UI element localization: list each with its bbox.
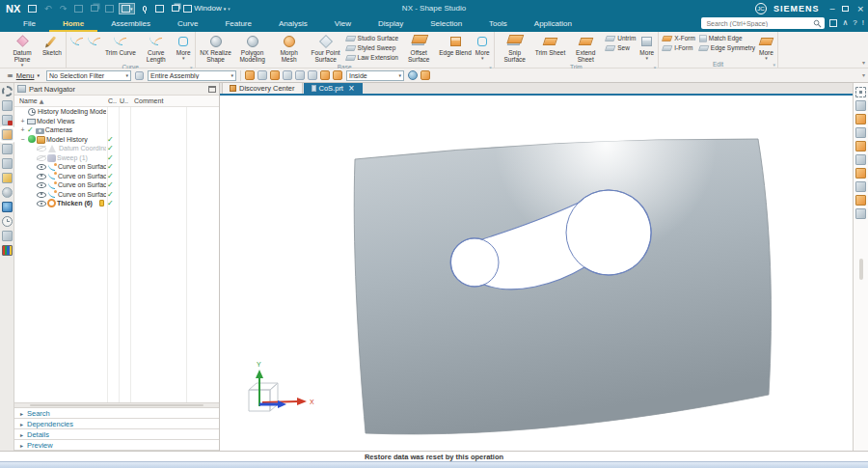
touch-mode-icon[interactable] xyxy=(153,3,166,14)
hidden-objects-icon[interactable] xyxy=(855,127,866,138)
morph-mesh-button[interactable]: Morph Mesh xyxy=(271,33,308,64)
document-tab-discovery-center[interactable]: Discovery Center xyxy=(222,82,303,94)
command-search[interactable] xyxy=(701,17,825,29)
eye-icon[interactable] xyxy=(37,199,46,208)
arc-conic-icon-button[interactable] xyxy=(86,33,103,50)
section-details[interactable]: ▸Details xyxy=(14,429,219,440)
eye-icon[interactable] xyxy=(37,171,46,180)
scrollbar-nub[interactable] xyxy=(859,259,863,280)
voice-command-icon[interactable] xyxy=(138,3,150,14)
switch-window-icon[interactable] xyxy=(169,3,181,14)
snip-surface-button[interactable]: Snip Surface xyxy=(497,33,533,64)
datum-plane-button[interactable]: Datum Plane▾ xyxy=(4,33,41,68)
column-u[interactable]: U.. xyxy=(120,97,128,104)
user-avatar[interactable]: JC xyxy=(755,3,767,14)
tree-row-curve-on-surface-2[interactable]: Curve on Surface (2)✓ xyxy=(14,162,219,172)
show-hide-icon[interactable] xyxy=(855,114,866,124)
more-button[interactable]: More▾ xyxy=(474,33,492,61)
add-body-selection-icon[interactable] xyxy=(270,70,280,80)
undock-panel-button[interactable] xyxy=(208,86,216,93)
tree-row-curve-on-surface-4[interactable]: Curve on Surface (4)✓ xyxy=(14,180,219,190)
orient-view-icon[interactable] xyxy=(855,100,866,111)
edge-symmetry-button[interactable]: Edge Symmetry xyxy=(699,43,755,52)
menu-tab-tools[interactable]: Tools xyxy=(475,16,521,32)
assembly-navigator-icon[interactable] xyxy=(2,100,13,111)
undo-icon[interactable]: ↶ xyxy=(41,3,54,14)
tree-row-history-modeling-mode[interactable]: History Modeling Mode xyxy=(14,107,219,117)
ribbon-overflow-chevron[interactable]: ▾ xyxy=(862,59,865,66)
hidden-eye-icon[interactable] xyxy=(37,144,46,153)
web-browser-icon[interactable] xyxy=(2,173,13,183)
fit-view-icon[interactable] xyxy=(855,87,866,97)
color-region-icon[interactable] xyxy=(420,70,430,80)
selection-filter-dropdown[interactable]: No Selection Filter ▾ xyxy=(46,70,131,81)
hd3d-tools-icon[interactable] xyxy=(2,158,13,169)
polygon-modeling-button[interactable]: Polygon Modeling xyxy=(234,33,271,64)
styled-sweep-button[interactable]: Styled Sweep xyxy=(346,43,399,52)
section-preview[interactable]: ▸Preview xyxy=(14,440,219,451)
curve-length-button[interactable]: Curve Length xyxy=(138,33,175,64)
sketch-button[interactable]: Sketch xyxy=(41,33,64,57)
edge-blend-button[interactable]: Edge Blend xyxy=(437,33,474,57)
column-comment[interactable]: Comment xyxy=(134,97,163,104)
trim-sheet-button[interactable]: Trim Sheet xyxy=(533,33,568,57)
filter-mode-icon[interactable] xyxy=(135,71,144,80)
studio-spline-icon-button[interactable] xyxy=(68,33,86,50)
eye-icon[interactable] xyxy=(37,180,46,190)
help-icon[interactable]: ? xyxy=(853,17,856,29)
column-name[interactable]: Name ▲ xyxy=(19,97,43,104)
history-icon[interactable] xyxy=(2,187,13,198)
interior-edges-icon[interactable] xyxy=(408,70,418,80)
render-style-icon[interactable] xyxy=(855,181,866,192)
deselect-icon[interactable] xyxy=(295,70,305,80)
tree-expander[interactable]: + xyxy=(18,117,27,125)
capture-region-icon[interactable] xyxy=(320,70,330,80)
more-button[interactable]: More▾ xyxy=(757,33,775,61)
menu-tab-home[interactable]: Home xyxy=(49,16,97,32)
trim-curve-button[interactable]: Trim Curve xyxy=(103,33,138,57)
window-menu[interactable]: Window ▾ ▾ xyxy=(183,4,230,13)
minimize-ribbon-icon[interactable]: ∧ xyxy=(842,17,848,29)
tree-row-curve-on-surface-3[interactable]: Curve on Surface (3)✓ xyxy=(14,172,219,181)
menu-tab-assemblies[interactable]: Assemblies xyxy=(97,16,164,32)
menu-tab-selection[interactable]: Selection xyxy=(417,16,475,32)
highlight-selection-icon[interactable] xyxy=(245,70,255,80)
sew-button[interactable]: Sew xyxy=(606,43,636,52)
tree-row-curve-on-surface-5[interactable]: Curve on Surface (5)✓ xyxy=(14,190,219,200)
constraint-navigator-icon[interactable] xyxy=(2,115,13,125)
save-icon[interactable] xyxy=(26,3,39,14)
find-region-icon[interactable] xyxy=(333,70,342,80)
move-rotate-icon[interactable] xyxy=(855,141,866,151)
part-navigator-icon[interactable] xyxy=(2,129,13,140)
close-button[interactable]: × xyxy=(856,4,864,14)
process-studio-icon[interactable] xyxy=(2,202,13,212)
camera-operator-icon[interactable] xyxy=(855,208,866,219)
tree-row-model-history[interactable]: −Model History✓ xyxy=(14,135,219,145)
tree-row-sweep-1[interactable]: Sweep (1)✓ xyxy=(14,153,219,163)
capture-icon[interactable]: ▾ xyxy=(119,3,135,14)
i-form-button[interactable]: I-Form xyxy=(663,43,695,52)
surface-analysis-icon[interactable] xyxy=(855,154,866,165)
more-button[interactable]: More▾ xyxy=(637,33,656,61)
redo-icon[interactable]: ↷ xyxy=(57,3,69,14)
paste-icon[interactable] xyxy=(103,3,116,14)
nx-realize-shape-button[interactable]: NX Realize Shape xyxy=(198,33,234,64)
system-clock-icon[interactable] xyxy=(2,216,13,227)
related-objects-icon[interactable] xyxy=(308,70,317,80)
offset-surface-button[interactable]: Offset Surface xyxy=(400,33,437,64)
menu-button[interactable]: ≡ Menu ▾ xyxy=(4,70,42,81)
tree-row-datum-coordinate-sy[interactable]: Datum Coordinate Sy...✓ xyxy=(14,144,219,153)
extend-sheet-button[interactable]: Extend Sheet xyxy=(567,33,604,64)
more-commands-icon[interactable]: ▾ xyxy=(228,6,231,12)
selection-bar-overflow-chevron[interactable]: ▾ xyxy=(862,71,865,78)
section-dependencies[interactable]: ▸Dependencies xyxy=(14,419,219,429)
roles-icon[interactable] xyxy=(2,245,13,256)
menu-tab-analysis[interactable]: Analysis xyxy=(265,16,321,32)
menu-tab-display[interactable]: Display xyxy=(365,16,417,32)
law-extension-button[interactable]: Law Extension xyxy=(346,53,399,62)
menu-tab-file[interactable]: File xyxy=(10,16,49,32)
object-display-icon[interactable] xyxy=(855,168,866,179)
column-c[interactable]: C.. xyxy=(108,97,117,104)
cut-icon[interactable] xyxy=(72,3,85,14)
menu-tab-curve[interactable]: Curve xyxy=(164,16,211,32)
